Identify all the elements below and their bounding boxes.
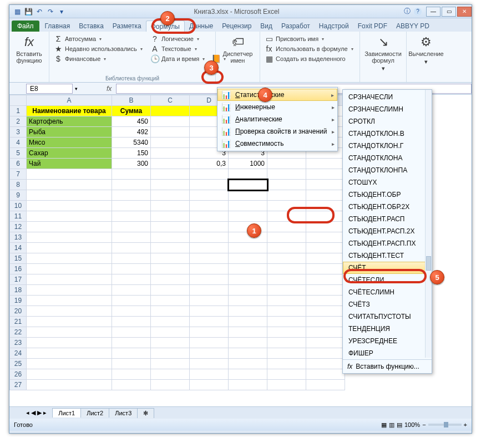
cell[interactable] bbox=[229, 338, 267, 348]
cell[interactable]: 0,3 bbox=[190, 159, 229, 169]
cell[interactable] bbox=[229, 264, 267, 274]
row-header[interactable]: 23 bbox=[10, 338, 27, 348]
cell[interactable] bbox=[267, 253, 306, 264]
cell[interactable] bbox=[306, 243, 345, 253]
menu-item[interactable]: 📊Совместимость▸ bbox=[217, 138, 337, 150]
cell[interactable] bbox=[267, 190, 306, 201]
name-box[interactable]: E8 bbox=[26, 84, 73, 94]
qat-more-icon[interactable]: ▾ bbox=[57, 7, 66, 16]
cell[interactable] bbox=[190, 380, 229, 390]
cell[interactable] bbox=[306, 359, 345, 369]
cell[interactable] bbox=[27, 253, 112, 264]
logical-button[interactable]: ?Логические▾ bbox=[149, 34, 206, 44]
cell[interactable] bbox=[27, 285, 112, 296]
cell[interactable] bbox=[190, 253, 229, 264]
row-header[interactable]: 8 bbox=[10, 180, 27, 190]
cell[interactable] bbox=[151, 211, 190, 222]
function-item[interactable]: СЧЁТ bbox=[343, 262, 432, 274]
row-header[interactable]: 3 bbox=[10, 127, 27, 138]
cell[interactable] bbox=[267, 159, 306, 169]
cell[interactable] bbox=[190, 369, 229, 380]
cell[interactable] bbox=[190, 180, 229, 190]
cell[interactable] bbox=[27, 380, 112, 390]
cell[interactable]: 5340 bbox=[112, 138, 151, 148]
cell[interactable] bbox=[306, 180, 345, 190]
function-item[interactable]: ТЕНДЕНЦИЯ bbox=[343, 323, 432, 335]
cell[interactable] bbox=[112, 369, 151, 380]
cell[interactable] bbox=[27, 201, 112, 211]
cell[interactable] bbox=[229, 211, 267, 222]
function-item[interactable]: СТАНДОТКЛОНПА bbox=[343, 164, 432, 176]
cell[interactable] bbox=[267, 211, 306, 222]
cell[interactable] bbox=[27, 306, 112, 317]
cell[interactable] bbox=[151, 359, 190, 369]
cell[interactable] bbox=[267, 296, 306, 306]
cell[interactable] bbox=[27, 169, 112, 180]
cell[interactable]: 300 bbox=[112, 159, 151, 169]
row-header[interactable]: 24 bbox=[10, 348, 27, 359]
cell[interactable] bbox=[112, 380, 151, 390]
cell[interactable]: Чай bbox=[27, 159, 112, 169]
cell[interactable] bbox=[267, 327, 306, 338]
row-header[interactable]: 21 bbox=[10, 317, 27, 327]
function-item[interactable]: СТЬЮДЕНТ.ОБР bbox=[343, 189, 432, 201]
cell[interactable] bbox=[112, 232, 151, 243]
fx-label-icon[interactable]: fx bbox=[107, 85, 112, 93]
cell[interactable] bbox=[27, 369, 112, 380]
cell[interactable] bbox=[306, 274, 345, 285]
view-layout-icon[interactable]: ▥ bbox=[389, 421, 394, 429]
maximize-button[interactable]: ▭ bbox=[442, 7, 456, 17]
sheet-tab-1[interactable]: Лист1 bbox=[52, 408, 81, 418]
insert-function-link[interactable]: fxВставить функцию... bbox=[343, 359, 432, 373]
cell[interactable] bbox=[267, 338, 306, 348]
menu-item[interactable]: 📊Статистические▸ bbox=[217, 89, 337, 101]
create-from-selection-button[interactable]: ▦Создать из выделенного bbox=[264, 54, 356, 64]
cell[interactable] bbox=[229, 369, 267, 380]
col-header[interactable]: C bbox=[151, 95, 190, 106]
cell[interactable] bbox=[112, 211, 151, 222]
row-header[interactable]: 25 bbox=[10, 359, 27, 369]
save-icon[interactable]: 💾 bbox=[24, 7, 33, 16]
cell[interactable] bbox=[27, 232, 112, 243]
cell[interactable] bbox=[151, 138, 190, 148]
row-header[interactable]: 7 bbox=[10, 169, 27, 180]
cell[interactable] bbox=[190, 190, 229, 201]
cell[interactable] bbox=[267, 232, 306, 243]
cell[interactable]: Сахар bbox=[27, 148, 112, 159]
cell[interactable] bbox=[112, 169, 151, 180]
cell[interactable] bbox=[190, 359, 229, 369]
cell[interactable] bbox=[112, 317, 151, 327]
cell[interactable]: Сумма bbox=[112, 106, 151, 116]
cell[interactable] bbox=[27, 211, 112, 222]
cell[interactable] bbox=[229, 327, 267, 338]
help-icon[interactable]: ? bbox=[414, 8, 422, 16]
cell[interactable] bbox=[306, 222, 345, 232]
cell[interactable] bbox=[27, 317, 112, 327]
cell[interactable] bbox=[151, 232, 190, 243]
menu-item[interactable]: 📊Аналитические▸ bbox=[217, 113, 337, 125]
cell[interactable] bbox=[112, 306, 151, 317]
function-item[interactable]: СТАНДОТКЛОН.Г bbox=[343, 140, 432, 152]
cell[interactable] bbox=[267, 285, 306, 296]
cell[interactable]: 492 bbox=[112, 127, 151, 138]
cell[interactable] bbox=[112, 327, 151, 338]
row-header[interactable]: 20 bbox=[10, 306, 27, 317]
row-header[interactable]: 16 bbox=[10, 264, 27, 274]
cell[interactable]: Рыба bbox=[27, 127, 112, 138]
zoom-out-button[interactable]: − bbox=[422, 421, 426, 428]
cell[interactable] bbox=[112, 338, 151, 348]
cell[interactable] bbox=[27, 264, 112, 274]
cell[interactable] bbox=[267, 359, 306, 369]
cell[interactable] bbox=[112, 201, 151, 211]
cell[interactable] bbox=[27, 180, 112, 190]
row-header[interactable]: 18 bbox=[10, 285, 27, 296]
use-in-formula-button[interactable]: fxИспользовать в формуле▾ bbox=[264, 44, 356, 54]
cell[interactable] bbox=[267, 180, 306, 190]
tab-abbyy[interactable]: ABBYY PD bbox=[392, 21, 434, 32]
cell[interactable] bbox=[190, 201, 229, 211]
row-header[interactable]: 2 bbox=[10, 116, 27, 127]
function-item[interactable]: УРЕЗСРЕДНЕЕ bbox=[343, 335, 432, 347]
cell[interactable] bbox=[190, 348, 229, 359]
tab-home[interactable]: Главная bbox=[40, 21, 75, 32]
cell[interactable]: Картофель bbox=[27, 116, 112, 127]
